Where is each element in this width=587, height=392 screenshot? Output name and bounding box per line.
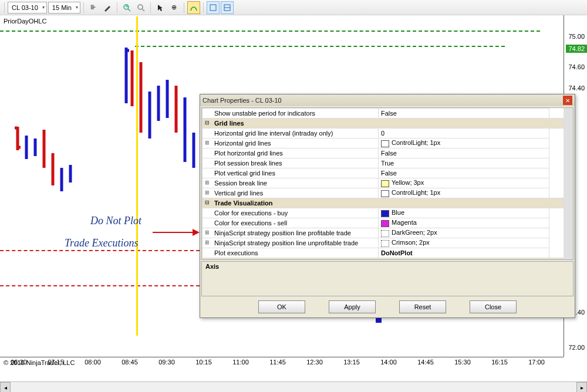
property-row[interactable]: NinjaScript strategy position line unpro…: [203, 238, 564, 248]
property-row[interactable]: Plot session break linesTrue: [203, 158, 564, 168]
svg-line-4: [142, 9, 144, 11]
scroll-right-button[interactable]: ▸: [576, 382, 587, 392]
scroll-left-button[interactable]: ◂: [0, 382, 11, 392]
svg-marker-29: [193, 229, 200, 236]
prior-close-line: [135, 46, 505, 47]
property-row[interactable]: Session break lineYellow; 3px: [203, 178, 564, 188]
instrument-select[interactable]: CL 03-10: [8, 2, 47, 13]
chart-properties-dialog: Chart Properties - CL 03-10 ✕ Show unsta…: [200, 94, 575, 318]
svg-rect-5: [210, 5, 216, 11]
horizontal-scrollbar[interactable]: ◂ ▸: [0, 381, 587, 392]
timeframe-select[interactable]: 15 Min: [48, 2, 80, 13]
dialog-titlebar[interactable]: Chart Properties - CL 03-10 ✕: [200, 94, 575, 106]
scroll-track[interactable]: [11, 382, 576, 392]
property-category[interactable]: Grid lines: [203, 119, 564, 129]
bar-style-button[interactable]: ⊪: [87, 1, 100, 14]
description-pane: Axis: [201, 261, 573, 296]
property-row[interactable]: Vertical grid linesControlLight; 1px: [203, 188, 564, 198]
reset-button[interactable]: Reset: [399, 300, 446, 313]
red-line-lower: [0, 285, 200, 286]
copyright-label: © 2010 NinjaTrader, LLC: [4, 359, 75, 366]
ok-button[interactable]: OK: [258, 300, 305, 313]
zoom-out-button[interactable]: [134, 1, 147, 14]
apply-button[interactable]: Apply: [329, 300, 376, 313]
property-row[interactable]: Color for executions - sellMagenta: [203, 218, 564, 228]
svg-point-0: [124, 5, 129, 9]
property-row[interactable]: Horizontal grid linesControlLight; 1px: [203, 138, 564, 148]
svg-point-3: [138, 5, 143, 9]
property-category[interactable]: Window: [203, 258, 564, 261]
cursor-button[interactable]: [154, 1, 167, 14]
red-line-upper: [0, 250, 200, 251]
zoom-in-button[interactable]: +: [120, 1, 133, 14]
dialog-title: Chart Properties - CL 03-10: [203, 97, 563, 104]
draw-tool-button[interactable]: [101, 1, 114, 14]
property-row[interactable]: NinjaScript strategy position line profi…: [203, 228, 564, 238]
annotation-line2: Trade Executions: [65, 237, 138, 249]
x-axis[interactable]: 06:30 07:15 08:00 08:45 09:30 10:15 11:0…: [0, 357, 564, 367]
crosshair-button[interactable]: ⊕: [168, 1, 181, 14]
session-break-line: [136, 16, 138, 336]
autoscale-button[interactable]: [187, 1, 200, 14]
property-row[interactable]: Plot horizontal grid linesFalse: [203, 148, 564, 158]
propgrid-scrollbar[interactable]: [564, 108, 573, 259]
svg-rect-6: [224, 5, 230, 11]
dialog-button-row: OK Apply Reset Close: [201, 298, 573, 316]
annotation-line1: Do Not Plot: [90, 215, 141, 227]
close-button[interactable]: Close: [470, 300, 517, 313]
property-category[interactable]: Trade Visualization: [203, 198, 564, 208]
close-icon[interactable]: ✕: [563, 96, 572, 105]
property-row[interactable]: Color for executions - buyBlue: [203, 208, 564, 218]
main-toolbar: CL 03-10 15 Min ⊪ + ⊕: [0, 0, 587, 15]
property-row[interactable]: Show unstable period for indicatorsFalse: [203, 109, 564, 119]
property-row[interactable]: Horizontal grid line interval (intraday …: [203, 129, 564, 138]
panel-button-1[interactable]: [207, 1, 220, 14]
panel-button-2[interactable]: [221, 1, 234, 14]
arrow-icon: [153, 227, 200, 238]
property-grid[interactable]: Show unstable period for indicatorsFalse…: [201, 107, 573, 260]
prior-high-line: [0, 31, 540, 32]
svg-text:+: +: [125, 4, 129, 9]
property-row[interactable]: Plot vertical grid linesFalse: [203, 168, 564, 178]
svg-line-1: [128, 9, 130, 11]
property-row[interactable]: Plot executionsDoNotPlot: [203, 248, 564, 258]
last-price-tag: 74.82: [566, 45, 587, 53]
